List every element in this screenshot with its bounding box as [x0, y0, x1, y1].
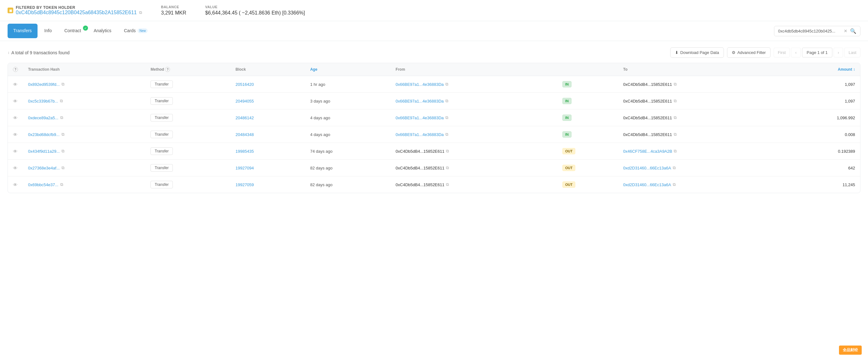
eye-icon[interactable]: 👁 — [13, 166, 18, 171]
row-to: 0xC4Db5dB4...15852E611 ⧉ — [618, 93, 785, 110]
from-address[interactable]: 0x66BE97a1...4e36883Da ⧉ — [396, 115, 552, 120]
to-address[interactable]: 0xd2D31460...66Ec13a6A — [623, 182, 671, 187]
tx-copy-icon[interactable]: ⧉ — [62, 132, 64, 137]
method-info-icon[interactable]: ? — [165, 67, 170, 72]
tx-copy-icon[interactable]: ⧉ — [62, 149, 64, 154]
row-eye[interactable]: 👁 — [8, 126, 23, 143]
block-link[interactable]: 19985435 — [236, 149, 254, 154]
block-link[interactable]: 20486142 — [236, 116, 254, 120]
tab-contract[interactable]: Contract ✓ — [59, 24, 87, 38]
to-address-container: 0xC4Db5dB4...15852E611 ⧉ — [623, 82, 780, 87]
tab-info[interactable]: Info — [39, 24, 57, 38]
tx-copy-icon[interactable]: ⧉ — [60, 98, 63, 103]
row-age: 1 hr ago — [305, 76, 391, 93]
to-address[interactable]: 0x46CF758E...4ca3A9A2B — [623, 149, 672, 154]
balance-section: BALANCE 3,291 MKR — [161, 5, 186, 16]
row-eye[interactable]: 👁 — [8, 76, 23, 93]
tx-hash-link[interactable]: 0x23bd68dcfb9... ⧉ — [28, 132, 141, 137]
next-page-button[interactable]: › — [834, 48, 843, 57]
from-copy-icon[interactable]: ⧉ — [445, 98, 448, 103]
to-copy-icon[interactable]: ⧉ — [674, 149, 677, 154]
block-link[interactable]: 19927094 — [236, 166, 254, 171]
from-copy-icon[interactable]: ⧉ — [445, 115, 448, 120]
to-copy-icon[interactable]: ⧉ — [674, 132, 677, 137]
block-link[interactable]: 19927059 — [236, 182, 254, 187]
tx-copy-icon[interactable]: ⧉ — [62, 166, 64, 171]
direction-badge: IN — [562, 81, 571, 87]
block-link[interactable]: 20516420 — [236, 82, 254, 87]
tx-hash-link[interactable]: 0x892ed9539fd... ⧉ — [28, 82, 141, 87]
tx-hash-link[interactable]: 0x27368e3e4af... ⧉ — [28, 166, 141, 171]
row-block: 19927094 — [230, 160, 305, 176]
col-direction — [557, 63, 618, 76]
to-copy-icon[interactable]: ⧉ — [673, 166, 676, 171]
filter-icon: ▣ — [7, 7, 13, 13]
eye-icon[interactable]: 👁 — [13, 82, 18, 87]
row-from: 0x66BE97a1...4e36883Da ⧉ — [391, 126, 557, 143]
eye-icon[interactable]: 👁 — [13, 149, 18, 154]
row-eye[interactable]: 👁 — [8, 143, 23, 160]
from-address[interactable]: 0x66BE97a1...4e36883Da ⧉ — [396, 98, 552, 103]
row-from: 0x66BE97a1...4e36883Da ⧉ — [391, 110, 557, 126]
row-eye[interactable]: 👁 — [8, 110, 23, 126]
tx-hash-link[interactable]: 0x69bbc54e37... ⧉ — [28, 182, 141, 187]
row-eye[interactable]: 👁 — [8, 176, 23, 193]
tx-hash-link[interactable]: 0xdece89a2a5... ⧉ — [28, 115, 141, 120]
toolbar: ↕ A total of 9 transactions found ⬇ Down… — [7, 47, 861, 58]
row-tx-hash: 0x23bd68dcfb9... ⧉ — [23, 126, 146, 143]
col-amount: Amount ↕ — [785, 63, 860, 76]
address-copy-icon[interactable]: ⧉ — [139, 10, 142, 15]
table-row: 👁 0xc5c339b67b... ⧉ Transfer 20494055 3 … — [8, 93, 860, 110]
search-box[interactable]: ✕ 🔍 — [774, 26, 861, 36]
to-copy-icon[interactable]: ⧉ — [674, 115, 677, 120]
col-info-icon[interactable]: ? — [13, 67, 18, 72]
search-icon[interactable]: 🔍 — [850, 28, 856, 34]
row-direction: OUT — [557, 160, 618, 176]
from-copy-icon[interactable]: ⧉ — [445, 82, 448, 87]
search-input[interactable] — [778, 29, 841, 33]
search-clear-icon[interactable]: ✕ — [844, 28, 847, 33]
first-page-button[interactable]: First — [774, 48, 790, 57]
row-eye[interactable]: 👁 — [8, 160, 23, 176]
to-copy-icon[interactable]: ⧉ — [673, 182, 676, 187]
block-link[interactable]: 20494055 — [236, 99, 254, 103]
advanced-filter-button[interactable]: ⚙ Advanced Filter — [727, 47, 771, 58]
age-text: 74 days ago — [310, 149, 333, 154]
from-copy-icon[interactable]: ⧉ — [446, 182, 449, 187]
eye-icon[interactable]: 👁 — [13, 98, 18, 104]
from-address[interactable]: 0x66BE97a1...4e36883Da ⧉ — [396, 132, 552, 137]
tx-copy-icon[interactable]: ⧉ — [62, 82, 64, 87]
eye-icon[interactable]: 👁 — [13, 115, 18, 121]
last-page-button[interactable]: Last — [844, 48, 861, 57]
eye-icon[interactable]: 👁 — [13, 182, 18, 187]
row-method: Transfer — [146, 110, 230, 126]
tab-analytics[interactable]: Analytics — [88, 24, 117, 38]
prev-page-button[interactable]: ‹ — [791, 48, 801, 57]
download-button[interactable]: ⬇ Download Page Data — [670, 47, 724, 58]
tab-cards[interactable]: Cards New — [118, 24, 153, 38]
row-block: 20516420 — [230, 76, 305, 93]
col-tx-hash: Transaction Hash — [23, 63, 146, 76]
row-eye[interactable]: 👁 — [8, 93, 23, 110]
to-copy-icon[interactable]: ⧉ — [674, 82, 677, 87]
from-copy-icon[interactable]: ⧉ — [445, 132, 448, 137]
result-text: A total of 9 transactions found — [11, 50, 69, 55]
to-address[interactable]: 0xd2D31460...66Ec13a6A — [623, 166, 671, 171]
tx-copy-icon[interactable]: ⧉ — [60, 182, 63, 187]
toolbar-right: ⬇ Download Page Data ⚙ Advanced Filter F… — [670, 47, 861, 58]
from-copy-icon[interactable]: ⧉ — [446, 166, 449, 171]
row-age: 74 days ago — [305, 143, 391, 160]
row-direction: IN — [557, 110, 618, 126]
eye-icon[interactable]: 👁 — [13, 132, 18, 137]
table-container: ? Transaction Hash Method ? Block Age Fr… — [7, 63, 861, 193]
tab-transfers[interactable]: Transfers — [7, 24, 37, 38]
row-tx-hash: 0xdece89a2a5... ⧉ — [23, 110, 146, 126]
tx-hash-link[interactable]: 0xc5c339b67b... ⧉ — [28, 98, 141, 103]
from-copy-icon[interactable]: ⧉ — [446, 149, 449, 154]
tx-copy-icon[interactable]: ⧉ — [60, 115, 63, 120]
from-address[interactable]: 0x66BE97a1...4e36883Da ⧉ — [396, 82, 552, 87]
tx-hash-link[interactable]: 0x434f9d11a29... ⧉ — [28, 149, 141, 154]
block-link[interactable]: 20484348 — [236, 132, 254, 137]
to-copy-icon[interactable]: ⧉ — [674, 98, 677, 103]
method-badge: Transfer — [150, 97, 173, 105]
